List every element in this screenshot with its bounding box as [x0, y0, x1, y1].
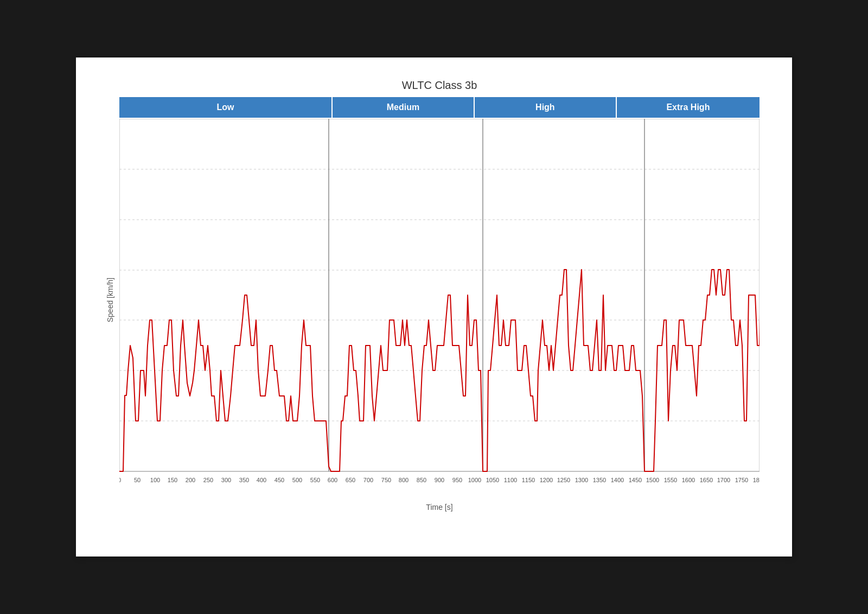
svg-rect-0 [119, 119, 760, 471]
svg-text:800: 800 [399, 477, 409, 483]
svg-text:50: 50 [134, 477, 141, 483]
svg-text:1300: 1300 [575, 477, 588, 483]
svg-text:1350: 1350 [593, 477, 606, 483]
x-axis-label: Time [s] [119, 503, 760, 511]
svg-text:1750: 1750 [735, 477, 748, 483]
svg-text:1100: 1100 [504, 477, 517, 483]
svg-text:1250: 1250 [557, 477, 570, 483]
svg-text:1800: 1800 [753, 477, 760, 483]
svg-text:450: 450 [275, 477, 284, 483]
svg-text:1700: 1700 [717, 477, 730, 483]
chart-title: WLTC Class 3b [119, 79, 760, 92]
svg-text:1550: 1550 [664, 477, 677, 483]
main-chart-svg: 120 100 80 60 40 20 0 140 0 50 100 150 2… [119, 119, 760, 498]
svg-text:1050: 1050 [486, 477, 499, 483]
svg-text:350: 350 [239, 477, 249, 483]
y-axis-label: Speed [km/h] [106, 278, 114, 323]
svg-text:1500: 1500 [646, 477, 659, 483]
phase-high: High [475, 97, 617, 118]
svg-text:0: 0 [119, 477, 121, 483]
svg-text:1400: 1400 [611, 477, 624, 483]
svg-text:1150: 1150 [522, 477, 535, 483]
svg-text:1600: 1600 [682, 477, 695, 483]
svg-text:900: 900 [435, 477, 444, 483]
phase-extra-high: Extra High [617, 97, 760, 118]
svg-text:850: 850 [417, 477, 426, 483]
svg-text:1650: 1650 [700, 477, 713, 483]
chart-container: WLTC Class 3b Low Medium High Extra High… [76, 57, 792, 557]
svg-text:250: 250 [203, 477, 213, 483]
svg-text:1450: 1450 [629, 477, 642, 483]
svg-text:400: 400 [257, 477, 266, 483]
svg-text:550: 550 [310, 477, 320, 483]
phase-low: Low [119, 97, 333, 118]
svg-text:1200: 1200 [540, 477, 553, 483]
svg-text:1000: 1000 [468, 477, 481, 483]
svg-text:750: 750 [381, 477, 391, 483]
svg-text:600: 600 [328, 477, 337, 483]
phase-labels-bar: Low Medium High Extra High [119, 97, 760, 118]
svg-text:150: 150 [168, 477, 177, 483]
svg-text:500: 500 [292, 477, 302, 483]
svg-text:300: 300 [221, 477, 231, 483]
svg-text:100: 100 [150, 477, 160, 483]
svg-text:650: 650 [346, 477, 355, 483]
svg-text:700: 700 [363, 477, 373, 483]
phase-medium: Medium [333, 97, 475, 118]
svg-text:950: 950 [452, 477, 462, 483]
svg-text:200: 200 [186, 477, 195, 483]
